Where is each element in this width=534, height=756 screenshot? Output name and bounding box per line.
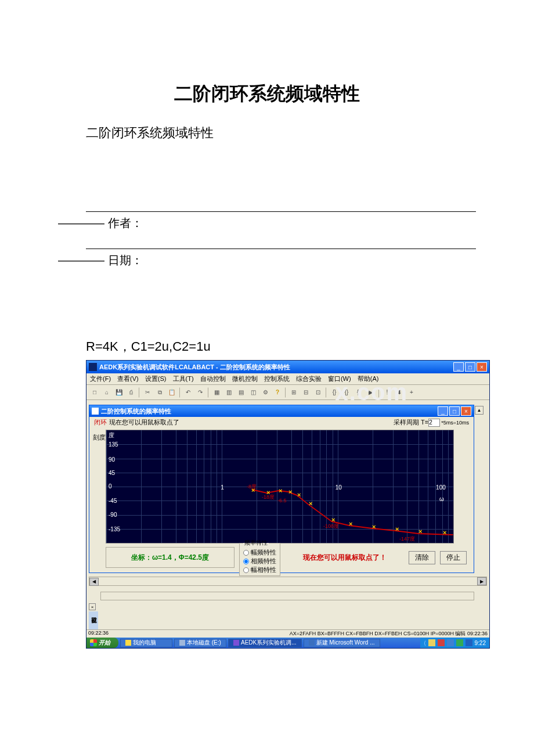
tool-cut-icon[interactable]: ✂ [142, 387, 153, 398]
data-label: -108度 [323, 523, 339, 529]
tool-btn-icon[interactable]: {} [341, 387, 352, 398]
tool-btn-icon[interactable]: + [406, 387, 417, 398]
radio-phase[interactable] [243, 559, 249, 564]
menu-help[interactable]: 帮助(A) [358, 375, 379, 382]
task-label: AEDK系列实验机调... [241, 639, 297, 647]
tool-btn-icon[interactable]: ▥ [223, 387, 234, 398]
outer-hscrollbar[interactable] [100, 592, 474, 600]
scroll-up-button[interactable]: ▲ [475, 406, 484, 415]
mdi-hscrollbar[interactable]: ◀ ▶ [89, 577, 487, 586]
mdi-child-window: 二阶控制系统的频率特性 _ □ × 闭环 现在您可以用鼠标取点了 采样周期 T=… [89, 405, 474, 573]
tray-icon[interactable] [447, 639, 454, 646]
tool-btn-icon[interactable]: ! [381, 387, 393, 398]
menu-settings[interactable]: 设置(S) [145, 375, 167, 382]
y-axis-label: 刻度 [93, 433, 106, 442]
taskbar: 开始 我的电脑 本地磁盘 (E:) AEDK系列实验机调... 新建 Micro… [86, 638, 489, 648]
maximize-button[interactable]: □ [465, 362, 475, 372]
freq-type-group: 频率特性 幅频特性 相频特性 幅相特性 [239, 539, 280, 576]
app-task-icon [233, 640, 239, 646]
separator-icon [285, 387, 286, 398]
tool-btn-icon[interactable]: ⊟ [300, 387, 312, 398]
sample-unit: *5ms=10ms [441, 420, 469, 426]
legend-hint: 现在您可以用鼠标取点了 [109, 418, 394, 427]
tool-redo-icon[interactable]: ↷ [194, 387, 206, 398]
scroll-left-icon[interactable]: ◀ [89, 578, 99, 586]
titlebar[interactable]: AEDK系列实验机调试软件LCALABACT - 二阶控制系统的频率特性 _ □… [86, 361, 489, 373]
system-tray[interactable]: ⟨ 9:22 [420, 638, 489, 648]
task-aedk[interactable]: AEDK系列实验机调... [228, 639, 302, 647]
tool-btn-icon[interactable]: ▶ [365, 387, 377, 398]
tray-icon[interactable] [428, 639, 435, 646]
tool-print-icon[interactable]: ⎙ [125, 387, 137, 398]
tool-copy-icon[interactable]: ⧉ [154, 387, 165, 398]
menu-auto[interactable]: 自动控制 [200, 375, 226, 382]
task-mycomputer[interactable]: 我的电脑 [120, 639, 172, 647]
tool-open-icon[interactable]: ⌂ [101, 387, 113, 398]
mdi-minimize-button[interactable]: _ [438, 406, 448, 416]
app-window: AEDK系列实验机调试软件LCALABACT - 二阶控制系统的频率特性 _ □… [86, 360, 490, 649]
tray-icon[interactable] [438, 639, 445, 646]
svg-text:×: × [331, 516, 335, 523]
svg-text:×: × [279, 487, 282, 494]
mdi-titlebar[interactable]: 二阶控制系统的频率特性 _ □ × [89, 405, 474, 417]
clear-button[interactable]: 清除 [409, 551, 435, 564]
task-word[interactable]: 新建 Microsoft Word ... [304, 639, 380, 647]
scroll-right-icon[interactable]: ▶ [477, 577, 486, 585]
tool-btn-icon[interactable]: {} [329, 387, 340, 398]
panel-close-icon[interactable]: × [89, 603, 96, 610]
tray-volume-icon[interactable] [466, 639, 472, 646]
menu-micro[interactable]: 微机控制 [232, 375, 258, 382]
app-icon [89, 363, 97, 371]
svg-text:×: × [395, 525, 399, 532]
mdi-close-button[interactable]: × [461, 406, 471, 416]
phase-plot[interactable]: 度 135 90 45 0 -45 -90 -135 1 10 100 ω [106, 430, 454, 543]
menu-window[interactable]: 窗口(W) [328, 375, 351, 382]
tool-btn-icon[interactable]: ◫ [247, 387, 259, 398]
coord-readout: 坐标：ω=1.4，Φ=42.5度 [106, 547, 234, 568]
tool-btn-icon[interactable]: ⊞ [288, 387, 300, 398]
menu-tools[interactable]: 工具(T) [173, 375, 194, 382]
menu-comp[interactable]: 综合实验 [296, 375, 322, 382]
tool-new-icon[interactable]: □ [89, 387, 100, 398]
tool-btn-icon[interactable]: ⊡ [312, 387, 324, 398]
sample-period-input[interactable] [428, 419, 440, 427]
menu-file[interactable]: 文件(F) [90, 375, 111, 382]
radio-ampphase[interactable] [243, 567, 249, 573]
tool-btn-icon[interactable]: ⚙ [259, 387, 271, 398]
tool-btn-icon[interactable]: {} [353, 387, 365, 398]
tool-btn-icon[interactable]: ⬇ [394, 387, 405, 398]
svg-text:×: × [349, 520, 352, 527]
tool-paste-icon[interactable]: 📋 [166, 387, 178, 398]
phase-curve: ×× ×× ×× ×× ×× ×× -8度 -18度 -6.5 -108度 [106, 430, 454, 544]
tool-btn-icon[interactable]: ▦ [211, 387, 222, 398]
doc-title-sub: 二阶闭环系统频域特性 [86, 124, 499, 142]
start-button[interactable]: 开始 [86, 638, 118, 648]
mdi-title: 二阶控制系统的频率特性 [101, 407, 438, 416]
stop-button[interactable]: 停止 [440, 551, 467, 564]
svg-text:×: × [418, 528, 422, 535]
separator-icon [179, 387, 181, 398]
menu-control[interactable]: 控制系统 [264, 375, 290, 382]
menu-view[interactable]: 查看(V) [117, 375, 139, 382]
close-button[interactable]: × [477, 362, 487, 372]
tool-help-icon[interactable]: ? [272, 387, 283, 398]
radio-amplitude[interactable] [243, 550, 249, 556]
menubar: 文件(F) 查看(V) 设置(S) 工具(T) 自动控制 微机控制 控制系统 综… [86, 373, 489, 385]
minimize-button[interactable]: _ [453, 362, 464, 372]
tool-save-icon[interactable]: 💾 [113, 387, 125, 398]
separator-icon [139, 387, 140, 398]
mdi-maximize-button[interactable]: □ [449, 406, 460, 416]
tool-btn-icon[interactable]: ▤ [235, 387, 247, 398]
params-text: R=4K，C1=2u,C2=1u [86, 338, 499, 355]
tray-icon[interactable] [456, 639, 463, 646]
svg-text:×: × [297, 491, 301, 498]
task-drive-e[interactable]: 本地磁盘 (E:) [174, 639, 226, 647]
task-label: 我的电脑 [133, 639, 156, 647]
sample-label: 采样周期 T= [394, 418, 428, 427]
tool-undo-icon[interactable]: ↶ [182, 387, 194, 398]
doc-title-main: 二阶闭环系统频域特性 [35, 81, 499, 107]
data-label: -8度 [247, 484, 257, 489]
monitor-tab[interactable]: 口监视窗 [89, 611, 98, 631]
data-label: -6.5 [277, 498, 287, 503]
screenshot-embed: AEDK系列实验机调试软件LCALABACT - 二阶控制系统的频率特性 _ □… [86, 360, 474, 649]
